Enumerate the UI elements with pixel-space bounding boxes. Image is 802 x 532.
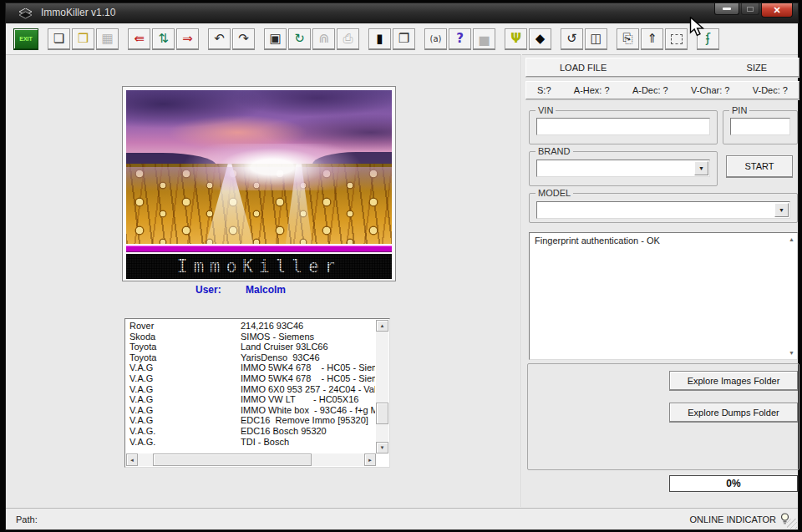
list-item[interactable]: V.A.GIMMO 6X0 953 257 - 24C04 - Valeo — [126, 384, 375, 395]
eeprom-button[interactable]: ▮ — [368, 28, 391, 50]
list-item[interactable]: V.A.G.TDI - Bosch — [126, 437, 375, 448]
titlebar: ImmoKiller v1.10 ✕ — [6, 3, 798, 23]
led-banner-text: ImmoKiller — [177, 256, 341, 276]
mouse-cursor — [688, 17, 707, 37]
pin-group: PIN — [723, 105, 798, 144]
chevron-down-icon[interactable]: ▼ — [694, 161, 708, 175]
toolbar: EXIT❏❒▦⇚⇅⇒↶↷▣↻⋒⎙▮❐(a)?▅Ψ◆↺◫⎘⇑ʄ — [6, 24, 798, 55]
list-item[interactable]: ToyotaLand Cruiser 93LC66 — [126, 342, 375, 352]
splash-image — [126, 90, 392, 244]
stats-bar: S:? A-Hex: ? A-Dec: ? V-Char: ? V-Dec: ? — [525, 81, 799, 99]
app-icon — [19, 8, 32, 23]
open-file-button[interactable]: ❒ — [72, 28, 94, 50]
new-file-button[interactable]: ❏ — [48, 28, 70, 50]
splash-panel: ImmoKiller — [122, 86, 396, 281]
scrollbar-thumb[interactable] — [376, 403, 388, 424]
list-item[interactable]: SkodaSIMOS - Siemens — [126, 332, 375, 342]
stat-s: S:? — [537, 85, 551, 95]
help-button[interactable]: ? — [449, 28, 471, 50]
horizontal-scrollbar[interactable]: ◄ ► — [126, 453, 376, 466]
list-item[interactable]: V.A.G.EDC16 Bosch 95320 — [126, 426, 375, 437]
selection-button[interactable] — [665, 28, 688, 50]
film-strip-button[interactable]: ◫ — [585, 28, 607, 50]
export-dump-button[interactable]: ⇒ — [176, 28, 199, 50]
import-dump-button[interactable]: ⇚ — [128, 28, 150, 50]
explore-images-button[interactable]: Explore Images Folder — [669, 371, 798, 391]
stat-a-hex: A-Hex: ? — [574, 85, 610, 95]
list-item[interactable]: V.A.GIMMO 5WK4 678 - HC05 - Sieme — [126, 373, 375, 384]
vin-label: VIN — [536, 105, 556, 115]
brand-label: BRAND — [536, 146, 573, 156]
upload-button[interactable]: ⇑ — [641, 28, 663, 50]
stat-a-dec: A-Dec: ? — [632, 85, 668, 95]
load-file-button[interactable]: LOAD FILE — [560, 63, 607, 73]
image-viewer-button[interactable]: ▣ — [264, 28, 287, 50]
user-name: Malcolm — [246, 284, 286, 296]
stat-v-char: V-Char: ? — [691, 85, 729, 95]
scroll-up-icon[interactable]: ▲ — [376, 320, 388, 332]
send-file-button[interactable]: ⎘ — [617, 28, 639, 50]
path-label: Path: — [16, 514, 38, 524]
print-button[interactable]: ⎙ — [337, 28, 359, 50]
scroll-down-icon[interactable]: ▼ — [376, 442, 388, 453]
size-label: SIZE — [747, 63, 767, 73]
sun-glow-art — [126, 144, 392, 190]
start-button[interactable]: START — [726, 155, 793, 178]
panel-divider — [520, 54, 522, 507]
redo-button[interactable]: ↷ — [232, 28, 255, 50]
log-output[interactable]: Fingerprint authentication - OK ▲ ▼ — [529, 232, 798, 360]
scrollbar-thumb[interactable] — [153, 453, 312, 466]
online-indicator-label: ONLINE INDICATOR — [690, 514, 777, 524]
scroll-up-icon[interactable]: ▲ — [789, 236, 794, 242]
vehicle-list-rows: Rover214,216 93C46SkodaSIMOS - SiemensTo… — [126, 321, 375, 453]
window-title: ImmoKiller v1.10 — [41, 7, 115, 18]
list-item[interactable]: Rover214,216 93C46 — [126, 321, 375, 332]
scroll-right-icon[interactable]: ► — [364, 453, 376, 466]
file-header-bar: LOAD FILE SIZE — [525, 58, 799, 77]
compare-dumps-button[interactable]: ⇅ — [152, 28, 175, 50]
explore-dumps-button[interactable]: Explore Dumps Folder — [669, 403, 798, 423]
resize-grip[interactable] — [787, 519, 797, 529]
list-item[interactable]: V.A.GIMMO White box - 93C46 - f+g Me — [126, 405, 375, 416]
chevron-down-icon[interactable]: ▼ — [774, 203, 789, 217]
maximize-button[interactable] — [741, 3, 759, 15]
model-group: MODEL ▼ — [529, 188, 798, 223]
vehicle-database-button[interactable]: ▅ — [473, 28, 495, 50]
list-item[interactable]: V.A.GEDC16 Remove Immo [95320] — [126, 415, 375, 426]
vin-group: VIN — [529, 105, 718, 144]
model-select[interactable]: ▼ — [536, 201, 790, 219]
close-button[interactable]: ✕ — [761, 3, 793, 18]
led-banner: ImmoKiller — [126, 254, 392, 279]
scroll-left-icon[interactable]: ◄ — [126, 453, 138, 466]
scroll-down-icon[interactable]: ▼ — [789, 350, 794, 356]
save-file-button[interactable]: ▦ — [96, 28, 119, 50]
list-item[interactable]: V.A.GIMMO 5WK4 678 - HC05 - Sieme — [126, 362, 375, 373]
ascii-view-button[interactable]: (a) — [424, 28, 447, 50]
search-button[interactable]: ⋒ — [312, 28, 335, 50]
pin-label: PIN — [729, 105, 749, 115]
brand-group: BRAND ▼ — [529, 146, 718, 186]
statusbar: Path: ONLINE INDICATOR — [6, 508, 798, 529]
window-copy-button[interactable]: ❐ — [393, 28, 415, 50]
minimize-button[interactable] — [714, 3, 739, 15]
exit-button[interactable]: EXIT — [13, 28, 38, 50]
user-label: User: — [195, 284, 221, 296]
vertical-scrollbar[interactable]: ▲ ▼ — [376, 320, 388, 453]
progress-bar: 0% — [669, 475, 798, 492]
log-text: Fingerprint authentication - OK — [535, 236, 660, 246]
vehicle-listbox[interactable]: Rover214,216 93C46SkodaSIMOS - SiemensTo… — [124, 318, 390, 468]
model-label: MODEL — [536, 188, 573, 198]
app-window: ImmoKiller v1.10 ✕ EXIT❏❒▦⇚⇅⇒↶↷▣↻⋒⎙▮❐(a)… — [5, 3, 799, 530]
reload-button[interactable]: ↺ — [561, 28, 583, 50]
vin-input[interactable] — [536, 118, 710, 135]
list-item[interactable]: V.A.GIMMO VW LT - HC05X16 — [126, 394, 375, 405]
list-item[interactable]: ToyotaYarisDenso 93C46 — [126, 352, 375, 363]
online-indicator: ONLINE INDICATOR — [690, 513, 790, 525]
brand-select[interactable]: ▼ — [536, 160, 710, 177]
refresh-document-button[interactable]: ↻ — [288, 28, 311, 50]
pin-input[interactable] — [730, 118, 790, 135]
tools-button[interactable]: Ψ — [505, 28, 527, 50]
chip-button[interactable]: ◆ — [529, 28, 551, 50]
undo-button[interactable]: ↶ — [208, 28, 231, 50]
magenta-divider — [126, 246, 392, 252]
